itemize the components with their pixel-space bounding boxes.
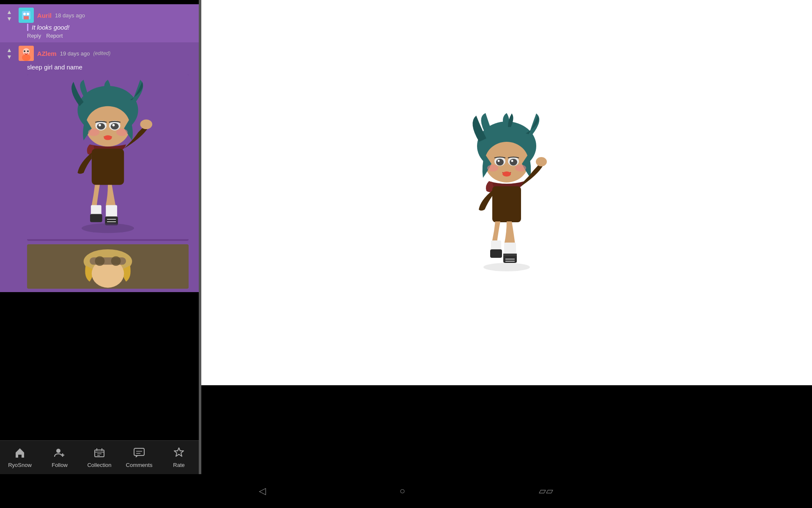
reply-link-1[interactable]: Reply [27, 33, 41, 39]
nav-label-comments: Comments [126, 462, 153, 468]
avatar-azlem [19, 46, 34, 61]
nav-label-rate: Rate [173, 462, 184, 468]
svg-rect-69 [490, 249, 502, 258]
comment-2: ▲ ▼ AZlem 19 days a [0, 42, 199, 292]
svg-point-58 [487, 165, 498, 171]
nav-rate[interactable]: Rate [164, 447, 194, 468]
collection-icon [93, 447, 105, 460]
svg-point-59 [515, 165, 526, 171]
image-viewer-black-area [201, 385, 812, 474]
avatar-auril [19, 8, 34, 23]
svg-point-21 [104, 135, 112, 140]
svg-point-35 [95, 256, 104, 266]
nav-follow[interactable]: Follow [45, 447, 74, 468]
username-auril[interactable]: Auril [37, 12, 52, 19]
svg-point-23 [140, 119, 152, 129]
edited-badge-2: (edited) [93, 50, 111, 56]
vote-buttons-2[interactable]: ▲ ▼ [5, 47, 14, 60]
svg-point-17 [99, 124, 101, 127]
comment-image-2[interactable] [27, 74, 189, 241]
svg-rect-46 [134, 448, 144, 456]
comments-area[interactable]: ▲ ▼ Auril 18 days ago [0, 0, 199, 440]
report-link-1[interactable]: Report [46, 33, 63, 39]
android-home-button[interactable]: ○ [396, 482, 409, 500]
svg-point-62 [536, 157, 547, 166]
comment-1: ▲ ▼ Auril 18 days ago [0, 4, 199, 42]
android-back-button[interactable]: ◁ [255, 482, 269, 500]
svg-point-19 [88, 129, 99, 136]
person-add-icon [54, 447, 66, 460]
vote-buttons-1[interactable]: ▲ ▼ [5, 8, 14, 22]
svg-point-15 [97, 123, 105, 130]
svg-point-16 [111, 123, 119, 130]
svg-point-36 [111, 256, 121, 266]
svg-point-55 [510, 159, 517, 166]
svg-rect-29 [90, 214, 102, 222]
upvote-1[interactable]: ▲ [5, 8, 14, 15]
star-icon [173, 447, 185, 460]
bottom-navigation: RyoSnow Follow [0, 440, 199, 474]
svg-point-9 [27, 50, 29, 52]
main-character-image [447, 112, 566, 273]
timestamp-2: 19 days ago [60, 50, 90, 57]
svg-rect-2 [24, 16, 29, 19]
right-panel [201, 0, 812, 474]
svg-point-70 [483, 263, 530, 271]
svg-point-20 [116, 129, 128, 136]
svg-point-56 [498, 160, 500, 162]
nav-label-ryosnow: RyoSnow [8, 462, 32, 468]
svg-marker-49 [174, 448, 184, 456]
svg-point-8 [24, 50, 25, 52]
nav-comments[interactable]: Comments [124, 447, 154, 468]
android-recents-button[interactable]: ▱▱ [535, 482, 557, 500]
comment-icon [133, 447, 145, 460]
android-navigation-bar: ◁ ○ ▱▱ [0, 474, 812, 508]
comment-image-3[interactable] [27, 244, 189, 289]
upvote-2[interactable]: ▲ [5, 47, 14, 53]
home-icon [14, 447, 26, 460]
svg-rect-61 [492, 186, 521, 222]
svg-point-54 [496, 159, 504, 166]
svg-point-4 [27, 13, 29, 15]
svg-point-18 [112, 124, 115, 127]
comment-actions-1: Reply Report [27, 33, 194, 39]
svg-point-12 [85, 106, 130, 147]
svg-point-3 [23, 13, 26, 15]
nav-label-collection: Collection [87, 462, 111, 468]
svg-point-7 [22, 54, 30, 61]
svg-rect-65 [503, 254, 517, 256]
comment-text-1: It looks good! [27, 24, 194, 31]
svg-point-60 [502, 171, 511, 177]
svg-point-57 [511, 160, 513, 162]
comment-body-2: sleep girl and name [27, 64, 194, 71]
nav-ryosnow[interactable]: RyoSnow [5, 447, 35, 468]
downvote-2[interactable]: ▼ [5, 53, 14, 60]
svg-point-37 [56, 449, 60, 453]
nav-label-follow: Follow [52, 462, 68, 468]
svg-point-30 [82, 224, 134, 233]
username-azlem[interactable]: AZlem [37, 50, 57, 57]
svg-rect-22 [92, 149, 124, 185]
downvote-1[interactable]: ▼ [5, 15, 14, 22]
timestamp-1: 18 days ago [55, 12, 85, 19]
nav-collection[interactable]: Collection [85, 447, 114, 468]
image-viewer [201, 0, 812, 385]
